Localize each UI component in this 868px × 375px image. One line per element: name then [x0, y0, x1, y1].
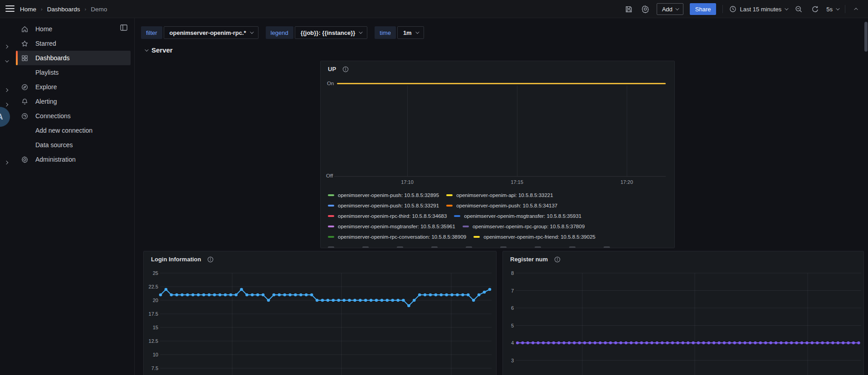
chevron-down-icon: [145, 48, 148, 51]
refresh-interval-dropdown[interactable]: 5s: [826, 6, 839, 13]
add-button[interactable]: Add: [657, 3, 683, 15]
legend-item[interactable]: openimserver-openim-msgtransfer: 10.5.8.…: [328, 224, 455, 229]
info-icon[interactable]: [342, 66, 349, 72]
legend-clipped-marker: [500, 246, 507, 248]
sidebar-item-playlists[interactable]: Playlists: [0, 65, 134, 80]
x-axis-line: [334, 176, 666, 177]
legend-series-label: openimserver-openim-api: 10.5.8.5:33221: [456, 192, 553, 198]
x-tick: 17:10: [394, 179, 421, 185]
filter-variable-label[interactable]: filter: [141, 26, 162, 39]
time-variable-label[interactable]: time: [375, 26, 396, 39]
zoom-out-icon[interactable]: [794, 4, 804, 14]
svg-text:7.5: 7.5: [151, 365, 158, 371]
svg-text:10: 10: [153, 352, 158, 357]
sidebar-item-explore[interactable]: Explore: [0, 80, 134, 94]
breadcrumb-dashboards[interactable]: Dashboards: [47, 6, 80, 13]
time-variable-dropdown[interactable]: 1m: [397, 26, 424, 39]
row-server-toggle[interactable]: Server: [145, 46, 173, 54]
sidebar-item-administration[interactable]: Administration: [0, 152, 134, 167]
up-legend: openimserver-openim-push: 10.5.8.5:32895…: [328, 190, 671, 248]
legend-item[interactable]: openimserver-openim-msgtransfer: 10.5.8.…: [454, 213, 581, 219]
scrollbar-thumb[interactable]: [864, 22, 868, 52]
sidebar-item-alerting[interactable]: Alerting: [0, 94, 134, 109]
up-series-line: [337, 83, 666, 84]
svg-text:25: 25: [153, 270, 158, 276]
dashboard-variables-bar: filter openimserver-openim-rpc.* legend …: [141, 26, 424, 39]
sidebar-item-connections[interactable]: Connections: [0, 109, 134, 123]
time-range-picker[interactable]: Last 15 minutes: [729, 5, 787, 13]
home-icon: [20, 25, 29, 33]
legend-series-marker: [328, 215, 334, 217]
svg-text:3: 3: [511, 358, 514, 363]
legend-item[interactable]: openimserver-openim-rpc-third: 10.5.8.5:…: [328, 213, 447, 219]
panel-title: Register num: [510, 256, 548, 263]
panel-login-information[interactable]: 2522.52017.51512.5107.5 Login Informatio…: [143, 251, 497, 375]
gridline: [517, 86, 517, 176]
legend-series-label: openimserver-openim-push: 10.5.8.5:34137: [456, 203, 557, 208]
navbar-divider: [845, 5, 845, 13]
legend-series-marker: [446, 205, 453, 207]
dashboard-settings-gear-icon[interactable]: [640, 4, 650, 14]
legend-item[interactable]: openimserver-openim-rpc-conversation: 10…: [328, 234, 466, 240]
breadcrumb-separator: ›: [84, 6, 86, 12]
menu-toggle-icon[interactable]: [5, 5, 15, 13]
refresh-icon[interactable]: [810, 4, 820, 14]
legend-series-marker: [328, 205, 334, 207]
legend-series-label: openimserver-openim-rpc-group: 10.5.8.5:…: [473, 224, 585, 229]
chevron-down-icon[interactable]: [5, 58, 9, 62]
sidebar-item-starred[interactable]: Starred: [0, 36, 134, 51]
legend-series-marker: [473, 236, 480, 238]
legend-clipped-marker: [328, 246, 334, 248]
legend-item[interactable]: openimserver-openim-api: 10.5.8.5:33221: [446, 192, 553, 198]
active-accent-bar: [16, 51, 18, 65]
chevron-down-icon: [359, 30, 362, 34]
legend-item[interactable]: openimserver-openim-push: 10.5.8.5:34137: [446, 203, 557, 208]
compass-icon: [20, 83, 29, 91]
collapse-up-icon[interactable]: [852, 4, 862, 14]
panel-title: Login Information: [151, 256, 201, 263]
navbar-divider: [722, 5, 723, 13]
panel-up[interactable]: UP On Off 17:10 17:15 17:20 openimserver…: [320, 61, 675, 248]
sidebar-item-add-new-connection[interactable]: Add new connection: [0, 123, 134, 138]
chevron-down-icon: [250, 30, 254, 34]
clock-icon: [729, 5, 736, 13]
share-button[interactable]: Share: [690, 3, 717, 15]
legend-item[interactable]: openimserver-openim-push: 10.5.8.5:32895: [328, 192, 439, 198]
x-tick: 17:20: [613, 179, 640, 185]
legend-item[interactable]: openimserver-openim-rpc-group: 10.5.8.5:…: [463, 224, 585, 229]
legend-series-label: openimserver-openim-rpc-conversation: 10…: [338, 234, 466, 240]
legend-item[interactable]: openimserver-openim-rpc-friend: 10.5.8.5…: [473, 234, 595, 240]
chevron-right-icon[interactable]: [5, 45, 8, 48]
sidebar-item-home[interactable]: Home: [0, 22, 134, 36]
x-tick: 17:15: [503, 179, 531, 185]
legend-series-label: openimserver-openim-rpc-friend: 10.5.8.5…: [483, 234, 595, 240]
panel-register-num[interactable]: 876543 Register num: [502, 251, 864, 375]
filter-variable-dropdown[interactable]: openimserver-openim-rpc.*: [164, 26, 258, 39]
sidebar-item-data-sources[interactable]: Data sources: [0, 138, 134, 152]
chevron-right-icon[interactable]: [5, 103, 8, 106]
legend-series-marker: [328, 226, 334, 227]
legend-item[interactable]: openimserver-openim-push: 10.5.8.5:33291: [328, 203, 439, 208]
gridline: [407, 86, 408, 176]
legend-variable-label[interactable]: legend: [266, 26, 293, 39]
row-title: Server: [151, 46, 173, 54]
breadcrumb: Home › Dashboards › Demo: [20, 0, 107, 18]
chevron-right-icon[interactable]: [5, 88, 8, 92]
sidebar-item-dashboards[interactable]: Dashboards: [0, 51, 134, 65]
breadcrumb-home[interactable]: Home: [20, 6, 36, 13]
svg-text:22.5: 22.5: [149, 284, 158, 289]
up-y-label-on: On: [327, 81, 334, 86]
chevron-right-icon[interactable]: [5, 161, 8, 164]
legend-series-marker: [328, 194, 334, 196]
legend-series-marker: [463, 226, 469, 227]
info-icon[interactable]: [554, 256, 561, 263]
legend-series-label: openimserver-openim-msgtransfer: 10.5.8.…: [464, 213, 581, 219]
legend-clipped-marker: [535, 246, 541, 248]
legend-variable-dropdown[interactable]: {{job}}: {{instance}}: [295, 26, 368, 39]
info-icon[interactable]: [207, 256, 214, 263]
page-scrollbar[interactable]: [864, 19, 868, 375]
svg-text:20: 20: [153, 298, 158, 303]
legend-clipped-marker: [431, 246, 438, 248]
bell-icon: [20, 97, 29, 106]
save-dashboard-icon[interactable]: [624, 4, 634, 14]
